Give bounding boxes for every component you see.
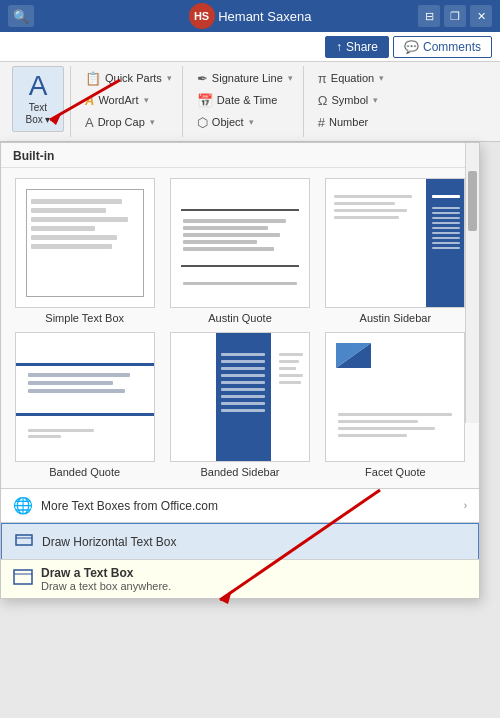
drop-cap-icon: A (85, 115, 94, 130)
close-button[interactable]: ✕ (470, 5, 492, 27)
date-time-button[interactable]: 📅 Date & Time (193, 90, 297, 110)
ribbon: A TextBox ▾ 📋 Quick Parts ▾ A WordArt ▾ … (0, 62, 500, 142)
wordart-icon: A (85, 93, 94, 108)
svg-rect-4 (14, 570, 32, 584)
ribbon-small-group-3: π Equation ▾ Ω Symbol ▾ # Number (314, 66, 388, 132)
ribbon-small-group-2: ✒ Signature Line ▾ 📅 Date & Time ⬡ Objec… (193, 66, 297, 132)
text-box-icon: A (29, 72, 48, 100)
tooltip-description: Draw a text box anywhere. (41, 580, 171, 592)
equation-icon: π (318, 71, 327, 86)
title-bar: 🔍 HS Hemant Saxena ⊟ ❐ ✕ (0, 0, 500, 32)
template-thumb-banded-sidebar (170, 332, 310, 462)
draw-horizontal-text-box-button[interactable]: Draw Horizontal Text Box (1, 523, 479, 561)
quick-parts-button[interactable]: 📋 Quick Parts ▾ (81, 68, 176, 88)
template-label-facet-quote: Facet Quote (365, 466, 426, 478)
scroll-thumb (468, 171, 477, 231)
symbol-button[interactable]: Ω Symbol ▾ (314, 90, 388, 110)
arrow-icon: › (464, 500, 467, 511)
title-bar-left: 🔍 (8, 5, 34, 27)
wordart-button[interactable]: A WordArt ▾ (81, 90, 176, 110)
template-banded-quote[interactable]: Banded Quote (11, 332, 158, 478)
ribbon-sig-group: ✒ Signature Line ▾ 📅 Date & Time ⬡ Objec… (187, 66, 304, 137)
symbol-icon: Ω (318, 93, 328, 108)
avatar: HS (189, 3, 215, 29)
template-thumb-facet-quote (325, 332, 465, 462)
ribbon-math-group: π Equation ▾ Ω Symbol ▾ # Number (308, 66, 394, 137)
quick-parts-icon: 📋 (85, 71, 101, 86)
dropdown-scrollbar[interactable] (465, 143, 479, 423)
comments-icon: 💬 (404, 40, 419, 54)
equation-button[interactable]: π Equation ▾ (314, 68, 388, 88)
search-icon[interactable]: 🔍 (8, 5, 34, 27)
template-label-austin-sidebar: Austin Sidebar (360, 312, 432, 324)
tooltip-box: Draw a Text Box Draw a text box anywhere… (1, 559, 479, 598)
more-text-boxes-button[interactable]: 🌐 More Text Boxes from Office.com › (1, 489, 479, 522)
template-label-banded-sidebar: Banded Sidebar (201, 466, 280, 478)
minimize-button[interactable]: ⊟ (418, 5, 440, 27)
template-label-simple: Simple Text Box (45, 312, 124, 324)
template-thumb-banded-quote (15, 332, 155, 462)
template-simple-text-box[interactable]: Simple Text Box (11, 178, 158, 324)
drop-cap-button[interactable]: A Drop Cap ▾ (81, 112, 176, 132)
web-icon: 🌐 (13, 496, 33, 515)
number-icon: # (318, 115, 325, 130)
template-thumb-simple (15, 178, 155, 308)
title-bar-controls: ⊟ ❐ ✕ (418, 5, 492, 27)
share-button[interactable]: ↑ Share (325, 36, 389, 58)
object-button[interactable]: ⬡ Object ▾ (193, 112, 297, 132)
user-name: Hemant Saxena (218, 9, 311, 24)
template-thumb-austin-sidebar (325, 178, 465, 308)
template-austin-sidebar[interactable]: Austin Sidebar (322, 178, 469, 324)
dropdown-header: Built-in (1, 143, 479, 168)
calendar-icon: 📅 (197, 93, 213, 108)
template-facet-quote[interactable]: Facet Quote (322, 332, 469, 478)
template-banded-sidebar[interactable]: Banded Sidebar (166, 332, 313, 478)
template-label-banded-quote: Banded Quote (49, 466, 120, 478)
template-austin-quote[interactable]: Austin Quote (166, 178, 313, 324)
template-label-austin-quote: Austin Quote (208, 312, 272, 324)
svg-rect-0 (16, 535, 32, 545)
tooltip-title: Draw a Text Box (41, 566, 171, 580)
ribbon-insert-group: A TextBox ▾ (6, 66, 71, 137)
text-box-button[interactable]: A TextBox ▾ (12, 66, 64, 132)
object-icon: ⬡ (197, 115, 208, 130)
share-icon: ↑ (336, 40, 342, 54)
maximize-button[interactable]: ❐ (444, 5, 466, 27)
text-box-dropdown: Built-in Simple Text Box (0, 142, 480, 599)
draw-horizontal-icon (14, 531, 34, 553)
tooltip-content: Draw a Text Box Draw a text box anywhere… (41, 566, 171, 592)
template-thumb-austin (170, 178, 310, 308)
action-bar: ↑ Share 💬 Comments (0, 32, 500, 62)
tooltip-icon (13, 567, 33, 591)
signature-line-button[interactable]: ✒ Signature Line ▾ (193, 68, 297, 88)
ribbon-text-group: 📋 Quick Parts ▾ A WordArt ▾ A Drop Cap ▾ (75, 66, 183, 137)
comments-button[interactable]: 💬 Comments (393, 36, 492, 58)
number-button[interactable]: # Number (314, 112, 388, 132)
templates-grid: Simple Text Box Austin Quote (1, 168, 479, 488)
signature-icon: ✒ (197, 71, 208, 86)
ribbon-small-group-1: 📋 Quick Parts ▾ A WordArt ▾ A Drop Cap ▾ (81, 66, 176, 132)
